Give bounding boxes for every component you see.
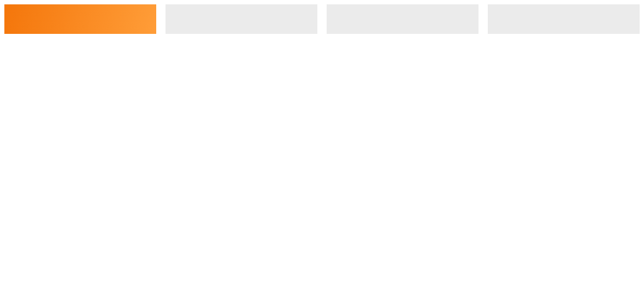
tab-3[interactable] [488, 4, 640, 34]
tab-2[interactable] [327, 4, 478, 34]
tab-0-active[interactable] [4, 4, 156, 34]
tab-1[interactable] [166, 4, 317, 34]
plan-tabs [0, 0, 644, 34]
